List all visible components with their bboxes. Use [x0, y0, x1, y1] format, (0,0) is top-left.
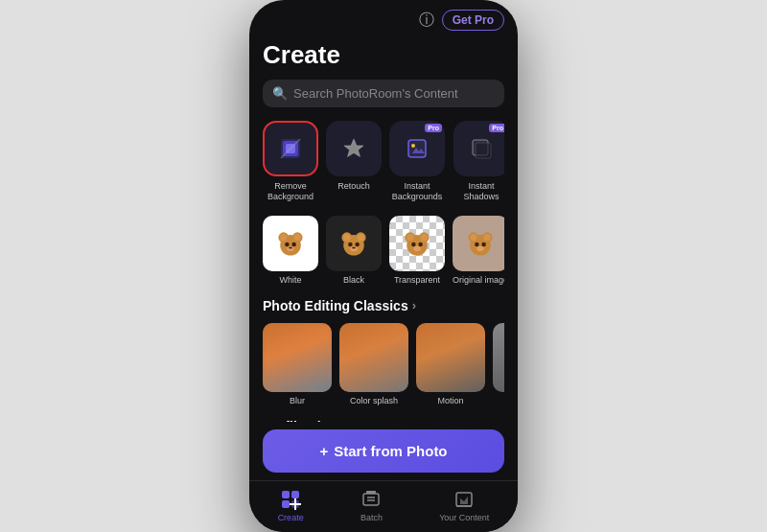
section-photo-editing-label: Photo Editing Classics	[263, 298, 408, 313]
bg-label-transparent: Transparent	[394, 275, 440, 285]
section-photo-editing-chevron: ›	[412, 298, 416, 312]
tool-instant-bg[interactable]: Pro InstantBackgrounds	[389, 121, 445, 202]
svg-point-7	[411, 144, 415, 148]
tool-label-remove-bg: RemoveBackground	[267, 181, 314, 202]
svg-rect-46	[282, 491, 290, 498]
tool-icon-remove-bg	[263, 121, 318, 176]
svg-point-18	[289, 246, 291, 248]
phone-frame: ⓘ Get Pro Create 🔍 Search PhotoRoom's Co…	[249, 0, 518, 532]
tool-instant-shadows[interactable]: Pro Instant Shadows	[453, 121, 504, 202]
section-photo-editing[interactable]: Photo Editing Classics ›	[263, 298, 504, 313]
nav-label-batch: Batch	[360, 513, 383, 522]
bg-option-black[interactable]: Black	[326, 216, 382, 285]
your-content-nav-icon	[453, 489, 475, 510]
get-pro-button[interactable]: Get Pro	[442, 10, 504, 31]
bg-thumb-transparent	[389, 216, 445, 271]
batch-nav-icon	[360, 489, 382, 510]
start-btn-container: + Start from Photo	[249, 422, 518, 480]
svg-rect-53	[366, 491, 376, 494]
card-thumb-color-splash	[339, 323, 408, 392]
main-content: Create 🔍 Search PhotoRoom's Content Remo…	[249, 35, 518, 422]
start-btn-icon: +	[319, 443, 328, 459]
search-icon: 🔍	[272, 86, 288, 101]
bg-option-transparent[interactable]: Transparent	[389, 216, 445, 285]
svg-point-27	[350, 245, 357, 250]
svg-rect-5	[408, 140, 426, 157]
svg-point-26	[355, 242, 360, 246]
tool-label-instant-shadows: Instant Shadows	[453, 181, 504, 202]
tool-remove-bg[interactable]: RemoveBackground	[263, 121, 318, 202]
svg-point-19	[291, 246, 292, 248]
nav-item-batch[interactable]: Batch	[360, 489, 383, 522]
bg-label-white: White	[279, 275, 301, 285]
bg-label-black: Black	[343, 275, 364, 285]
nav-label-create: Create	[278, 513, 304, 522]
tool-icon-instant-shadows: Pro	[453, 121, 504, 176]
nav-label-your-content: Your Content	[439, 513, 489, 522]
tool-retouch[interactable]: Retouch	[326, 121, 382, 202]
svg-point-41	[470, 234, 476, 241]
bottom-nav: Create Batch Your Content	[249, 480, 518, 532]
bg-label-original: Original image	[453, 275, 504, 285]
card-color-splash[interactable]: Color splash	[339, 323, 408, 405]
card-thumb-blur	[263, 323, 332, 392]
card-extra[interactable]: L	[493, 323, 504, 405]
svg-point-16	[291, 242, 296, 246]
svg-point-37	[413, 245, 420, 250]
svg-point-28	[352, 246, 354, 248]
bg-thumb-black	[326, 216, 382, 271]
nav-item-your-content[interactable]: Your Content	[439, 489, 489, 522]
bg-options-row: White B	[263, 216, 504, 285]
tool-label-retouch: Retouch	[337, 181, 370, 192]
svg-point-25	[348, 242, 353, 246]
svg-rect-48	[282, 500, 290, 508]
page-title: Create	[263, 40, 504, 70]
svg-point-23	[343, 234, 350, 241]
svg-point-44	[481, 242, 486, 246]
bg-option-original[interactable]: Original image	[453, 216, 504, 285]
tools-row: RemoveBackground Retouch Pro	[263, 121, 504, 202]
photo-editing-cards: Blur Color splash Motion L	[263, 323, 504, 405]
svg-point-34	[421, 234, 428, 241]
svg-point-43	[475, 242, 479, 246]
card-thumb-extra	[493, 323, 504, 392]
nav-item-create[interactable]: Create	[278, 489, 304, 522]
card-label-motion: Motion	[437, 396, 463, 405]
svg-point-33	[407, 234, 413, 241]
search-bar[interactable]: 🔍 Search PhotoRoom's Content	[263, 80, 504, 107]
tool-icon-instant-bg: Pro	[389, 121, 445, 176]
create-nav-icon	[280, 489, 301, 510]
card-label-color-splash: Color splash	[350, 396, 398, 405]
card-label-blur: Blur	[290, 396, 305, 405]
header: ⓘ Get Pro	[249, 0, 518, 35]
card-thumb-motion	[416, 323, 485, 392]
svg-point-15	[285, 242, 290, 246]
tool-icon-retouch	[326, 121, 382, 176]
search-placeholder: Search PhotoRoom's Content	[293, 86, 458, 101]
svg-marker-4	[344, 139, 363, 157]
svg-point-24	[358, 234, 364, 241]
pro-badge-instant-bg: Pro	[425, 124, 442, 132]
bg-thumb-original	[453, 216, 504, 271]
svg-point-13	[280, 234, 287, 241]
svg-point-14	[294, 234, 301, 241]
svg-point-35	[411, 242, 416, 246]
card-blur[interactable]: Blur	[263, 323, 332, 405]
svg-point-29	[354, 246, 356, 248]
svg-rect-52	[363, 494, 379, 505]
svg-point-45	[476, 245, 483, 250]
svg-rect-47	[291, 491, 299, 498]
card-motion[interactable]: Motion	[416, 323, 485, 405]
help-icon[interactable]: ⓘ	[419, 11, 434, 31]
start-btn-label: Start from Photo	[334, 443, 447, 459]
start-from-photo-button[interactable]: + Start from Photo	[263, 429, 504, 473]
pro-badge-instant-shadows: Pro	[489, 124, 504, 132]
bg-thumb-white	[263, 216, 318, 271]
svg-point-36	[418, 242, 423, 246]
svg-rect-9	[476, 143, 491, 158]
svg-point-42	[484, 234, 491, 241]
tool-label-instant-bg: InstantBackgrounds	[392, 181, 443, 202]
svg-point-17	[287, 245, 293, 250]
bg-option-white[interactable]: White	[263, 216, 318, 285]
